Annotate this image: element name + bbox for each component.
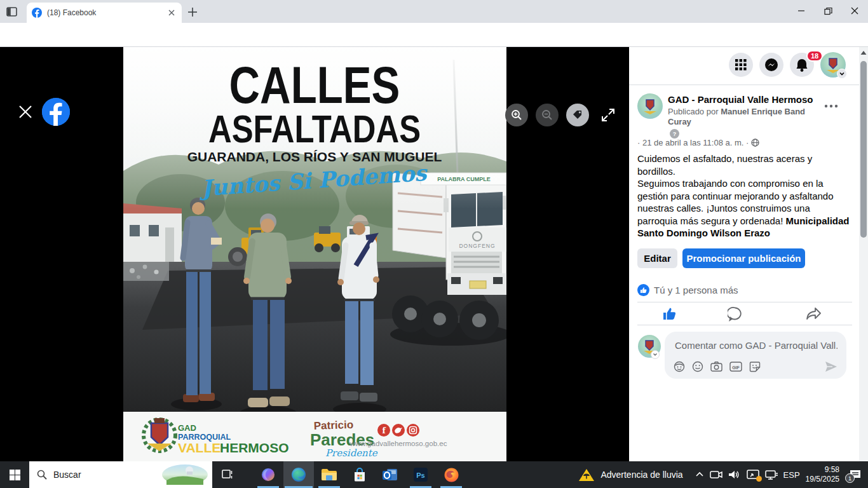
account-chevron-icon[interactable]	[837, 69, 847, 79]
like-reaction-icon[interactable]	[637, 284, 649, 296]
post-body: Cuidemos el asfaltado, nuestras aceras y…	[637, 152, 852, 240]
fullscreen-button[interactable]	[600, 107, 616, 126]
window-controls	[788, 0, 868, 22]
post-options-icon[interactable]	[824, 100, 839, 112]
taskbar-file-explorer[interactable]	[314, 461, 344, 488]
svg-text:f: f	[382, 426, 386, 435]
help-question-icon[interactable]: ?	[670, 129, 679, 139]
svg-text:VALLE: VALLE	[178, 440, 220, 455]
post-timestamp[interactable]: · 21 de abril a las 11:08 a. m. ·	[637, 138, 759, 147]
clock[interactable]: 9:58 19/5/2025	[806, 465, 839, 484]
social-icons: f	[377, 424, 419, 437]
svg-text:CALLES: CALLES	[229, 56, 400, 114]
meet-now-icon[interactable]	[710, 470, 722, 480]
task-view-button[interactable]	[212, 461, 241, 488]
taskbar-store[interactable]	[344, 461, 375, 488]
svg-text:DONGFENG: DONGFENG	[459, 243, 495, 249]
tag-photo-button[interactable]	[566, 104, 589, 126]
svg-text:Presidente: Presidente	[325, 447, 378, 459]
poster-footer: GAD PARROQUIAL VALLE HERMOSO Patricio Pa…	[123, 412, 506, 461]
avatar-sticker-icon[interactable]	[674, 361, 685, 372]
camera-icon[interactable]	[710, 361, 722, 372]
comment-composer[interactable]: Comentar como GAD - Parroquial Vall... G…	[665, 332, 846, 379]
svg-text:GAD: GAD	[178, 423, 196, 433]
taskbar: Buscar Ps	[0, 461, 868, 488]
comment-button[interactable]	[728, 306, 743, 324]
taskbar-edge[interactable]	[283, 461, 314, 488]
cast-status-dot	[756, 476, 762, 482]
close-window-button[interactable]	[841, 0, 868, 22]
weather-alert-text[interactable]: Advertencia de lluvia	[600, 470, 682, 480]
tray-expand-icon[interactable]	[695, 471, 704, 478]
taskbar-photoshop[interactable]: Ps	[405, 461, 436, 488]
language-indicator[interactable]: ESP	[783, 470, 800, 480]
sticker-icon[interactable]	[749, 361, 761, 372]
clock-time: 9:58	[806, 465, 839, 475]
likes-summary[interactable]: Tú y 1 persona más	[654, 285, 738, 295]
apps-menu-icon[interactable]	[729, 53, 753, 77]
taskbar-search[interactable]: Buscar	[29, 461, 212, 488]
browser-tab-strip: (18) Facebook	[0, 0, 868, 23]
svg-text:GIF: GIF	[732, 365, 740, 370]
send-comment-icon[interactable]	[825, 361, 837, 375]
search-highlight-image[interactable]	[161, 464, 208, 485]
new-tab-button[interactable]	[186, 5, 200, 19]
edit-button[interactable]: Editar	[637, 248, 677, 268]
search-placeholder: Buscar	[53, 470, 81, 480]
zoom-out-button[interactable]	[536, 104, 559, 126]
tab-actions-button[interactable]	[5, 5, 19, 19]
taskbar-firefox[interactable]	[436, 461, 466, 488]
panel-divider	[629, 85, 859, 85]
volume-icon[interactable]	[728, 470, 741, 480]
post-photo[interactable]: PALABRA CUMPLE DONGFENG	[123, 47, 506, 461]
scrollbar-thumb[interactable]	[860, 61, 867, 238]
poster-website: www.gadvallehermoso.gob.ec	[349, 440, 447, 447]
emoji-icon[interactable]	[692, 361, 703, 372]
close-viewer-icon[interactable]	[18, 104, 33, 119]
start-button[interactable]	[0, 461, 29, 488]
tab-close-icon[interactable]	[166, 8, 177, 18]
zoom-in-button[interactable]	[505, 104, 528, 126]
browser-toolbar: https://www.facebook.com/photo?fbid=1220…	[0, 23, 868, 47]
post-panel: 18 GAD - Parroquial Valle Hermoso Public…	[629, 47, 859, 461]
photo-viewer: PALABRA CUMPLE DONGFENG	[0, 47, 629, 461]
taskbar-copilot[interactable]	[253, 461, 283, 488]
house	[123, 203, 182, 264]
published-by: Publicado por Manuel Enrique Band Curay	[668, 107, 828, 127]
comment-input[interactable]: Comentar como GAD - Parroquial Vall...	[675, 340, 837, 351]
clock-date: 19/5/2025	[806, 475, 839, 484]
page-avatar[interactable]	[637, 93, 663, 119]
like-button[interactable]	[662, 306, 677, 324]
composer-identity-chevron-icon[interactable]	[651, 350, 660, 359]
taskbar-outlook[interactable]	[375, 461, 405, 488]
search-icon	[37, 470, 47, 480]
browser-tab-facebook[interactable]: (18) Facebook	[27, 3, 182, 23]
promote-button[interactable]: Promocionar publicación	[682, 248, 805, 268]
actions-divider-top	[637, 302, 852, 302]
network-icon[interactable]	[765, 470, 778, 480]
page-name[interactable]: GAD - Parroquial Valle Hermoso	[668, 94, 813, 105]
composer-tools: GIF	[674, 361, 761, 372]
gif-icon[interactable]: GIF	[729, 361, 742, 372]
scroll-up-icon[interactable]	[860, 50, 867, 56]
weather-alert-icon[interactable]	[578, 468, 595, 482]
svg-text:HERMOSO: HERMOSO	[220, 440, 289, 455]
share-button[interactable]	[806, 306, 822, 324]
restore-button[interactable]	[815, 0, 841, 22]
svg-text:ASFALTADAS: ASFALTADAS	[208, 107, 421, 151]
facebook-favicon	[32, 8, 42, 18]
screen: (18) Facebook https://www.facebook.com/p…	[0, 0, 868, 488]
facebook-logo[interactable]	[42, 98, 70, 126]
svg-text:Ps: Ps	[416, 471, 424, 479]
minimize-button[interactable]	[788, 0, 815, 22]
messenger-icon[interactable]	[759, 53, 783, 77]
notification-count-badge: 1	[845, 473, 855, 483]
globe-icon	[751, 139, 759, 147]
tab-title: (18) Facebook	[47, 8, 161, 17]
svg-text:?: ?	[673, 131, 677, 137]
actions-divider-bottom	[637, 325, 852, 325]
